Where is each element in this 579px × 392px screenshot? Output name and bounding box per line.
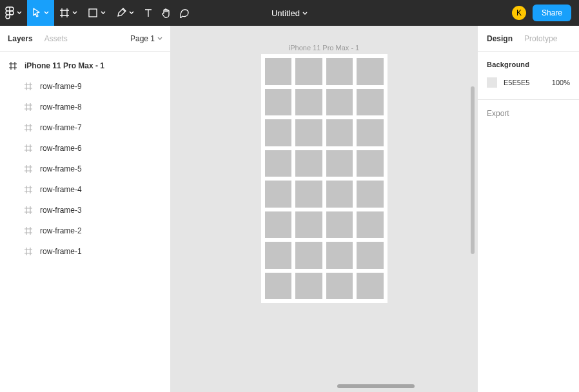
layer-row[interactable]: row-frame-4: [0, 179, 170, 200]
layer-tree: iPhone 11 Pro Max - 1row-frame-9row-fram…: [0, 52, 170, 392]
layer-label: row-frame-3: [40, 206, 82, 215]
layer-label: row-frame-9: [40, 82, 82, 91]
layer-row[interactable]: row-frame-5: [0, 159, 170, 179]
frame-icon: [8, 61, 18, 71]
move-tool-icon: [32, 8, 41, 18]
svg-rect-1: [89, 9, 97, 17]
figma-logo-icon: [5, 6, 14, 19]
grid-cell[interactable]: [326, 211, 353, 239]
grid-cell[interactable]: [357, 119, 384, 146]
grid-cell[interactable]: [357, 58, 384, 85]
hand-tool-button[interactable]: [157, 0, 175, 26]
grid-cell[interactable]: [357, 150, 384, 177]
grid-cell[interactable]: [265, 211, 292, 239]
grid-row[interactable]: [265, 242, 384, 269]
tab-design[interactable]: Design: [487, 34, 513, 43]
grid-cell[interactable]: [357, 242, 384, 269]
grid-cell[interactable]: [357, 181, 384, 208]
chevron-down-icon: [302, 8, 308, 18]
layer-row[interactable]: row-frame-9: [0, 76, 170, 97]
layer-row[interactable]: row-frame-6: [0, 138, 170, 159]
frame-icon: [23, 184, 34, 195]
text-tool-button[interactable]: [139, 0, 157, 26]
canvas[interactable]: iPhone 11 Pro Max - 1: [171, 26, 477, 392]
background-hex-value[interactable]: E5E5E5: [504, 79, 529, 86]
grid-cell[interactable]: [265, 119, 292, 146]
grid-row[interactable]: [265, 211, 384, 239]
grid-row[interactable]: [265, 273, 384, 300]
left-panel: Layers Assets Page 1 iPhone 11 Pro Max -…: [0, 26, 171, 392]
grid-row[interactable]: [265, 181, 384, 208]
avatar-initial: K: [516, 8, 522, 17]
shape-tool-button[interactable]: [83, 0, 111, 26]
background-section: Background E5E5E5 100%: [478, 52, 579, 100]
frame-icon: [23, 164, 34, 174]
artboard[interactable]: [261, 54, 388, 303]
artboard-label[interactable]: iPhone 11 Pro Max - 1: [289, 44, 359, 52]
grid-row[interactable]: [265, 89, 384, 116]
top-toolbar: Untitled K Share: [0, 0, 579, 26]
pen-tool-icon: [116, 8, 126, 18]
grid-cell[interactable]: [265, 150, 292, 177]
layer-row[interactable]: row-frame-1: [0, 241, 170, 262]
layer-row-root[interactable]: iPhone 11 Pro Max - 1: [0, 55, 170, 76]
grid-cell[interactable]: [357, 211, 384, 239]
hand-tool-icon: [161, 8, 172, 18]
frame-icon: [23, 205, 34, 215]
grid-cell[interactable]: [357, 273, 384, 300]
grid-row[interactable]: [265, 58, 384, 85]
grid-cell[interactable]: [326, 181, 353, 208]
grid-cell[interactable]: [326, 242, 353, 269]
grid-cell[interactable]: [265, 58, 292, 85]
export-section[interactable]: Export: [478, 100, 579, 127]
frame-tool-icon: [59, 8, 70, 18]
chevron-down-icon: [17, 10, 22, 15]
layer-row[interactable]: row-frame-2: [0, 220, 170, 241]
background-color-swatch[interactable]: [487, 77, 497, 88]
grid-cell[interactable]: [265, 89, 292, 116]
canvas-vertical-scrollbar[interactable]: [471, 86, 475, 254]
grid-cell[interactable]: [326, 273, 353, 300]
grid-row[interactable]: [265, 119, 384, 146]
shape-tool-icon: [88, 8, 98, 18]
document-title-button[interactable]: Untitled: [271, 8, 308, 18]
move-tool-button[interactable]: [27, 0, 54, 26]
grid-cell[interactable]: [265, 181, 292, 208]
tab-layers[interactable]: Layers: [8, 34, 33, 43]
grid-cell[interactable]: [357, 89, 384, 116]
layer-row[interactable]: row-frame-8: [0, 97, 170, 117]
grid-cell[interactable]: [295, 273, 322, 300]
grid-cell[interactable]: [326, 150, 353, 177]
grid-cell[interactable]: [295, 242, 322, 269]
page-selector[interactable]: Page 1: [130, 34, 162, 43]
grid-cell[interactable]: [326, 89, 353, 116]
comment-tool-button[interactable]: [175, 0, 193, 26]
grid-cell[interactable]: [295, 119, 322, 146]
pen-tool-button[interactable]: [111, 0, 139, 26]
user-avatar[interactable]: K: [512, 6, 526, 20]
grid-cell[interactable]: [326, 119, 353, 146]
grid-cell[interactable]: [295, 181, 322, 208]
frame-tool-button[interactable]: [54, 0, 83, 26]
grid-row[interactable]: [265, 150, 384, 177]
share-button[interactable]: Share: [533, 5, 571, 21]
background-opacity-value[interactable]: 100%: [552, 79, 570, 86]
chevron-down-icon: [157, 34, 162, 43]
main-menu-button[interactable]: [0, 0, 27, 26]
layer-row[interactable]: row-frame-3: [0, 200, 170, 220]
grid-cell[interactable]: [265, 242, 292, 269]
tab-prototype[interactable]: Prototype: [524, 34, 557, 43]
grid-cell[interactable]: [295, 211, 322, 239]
layer-label: row-frame-5: [40, 164, 82, 173]
text-tool-icon: [143, 8, 153, 18]
chevron-down-icon: [101, 10, 106, 15]
canvas-horizontal-scrollbar[interactable]: [337, 384, 415, 388]
layer-row[interactable]: row-frame-7: [0, 117, 170, 138]
grid-cell[interactable]: [295, 89, 322, 116]
grid-cell[interactable]: [326, 58, 353, 85]
tab-assets[interactable]: Assets: [44, 34, 68, 43]
grid-cell[interactable]: [295, 150, 322, 177]
grid-cell[interactable]: [265, 273, 292, 300]
grid-cell[interactable]: [295, 58, 322, 85]
page-selector-label: Page 1: [130, 34, 155, 43]
